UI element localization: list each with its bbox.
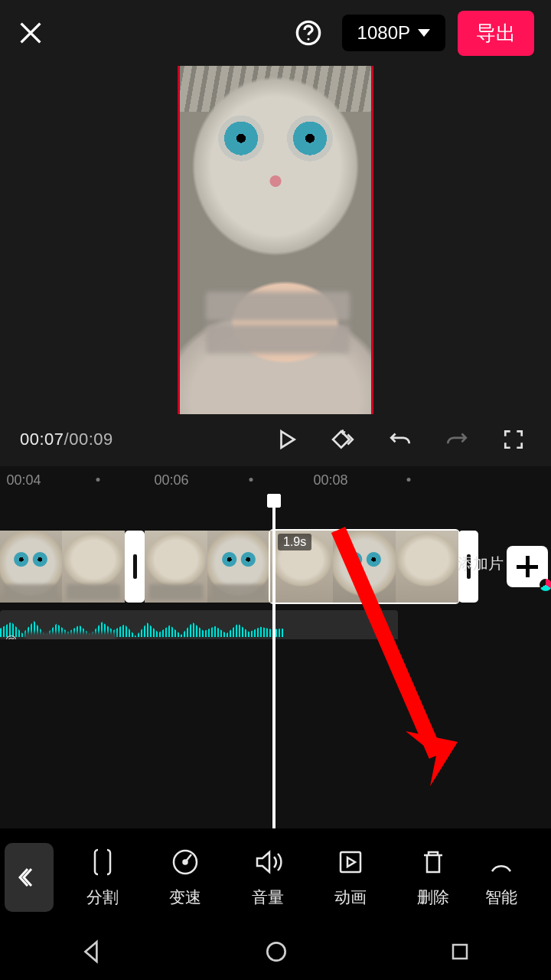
ruler-label: 00:06 bbox=[154, 472, 188, 488]
svg-point-5 bbox=[267, 942, 285, 960]
time-ruler[interactable]: 00:04 00:06 00:08 bbox=[0, 466, 551, 494]
add-clip-button[interactable] bbox=[507, 546, 548, 587]
help-button[interactable] bbox=[295, 19, 322, 47]
timeline[interactable]: 1.9s 添加片 @ bbox=[0, 494, 551, 639]
ruler-dot bbox=[407, 478, 411, 482]
system-back-button[interactable] bbox=[79, 939, 105, 968]
tool-label: 动画 bbox=[334, 887, 367, 908]
ruler-label: 00:08 bbox=[313, 472, 347, 488]
timecode: 00:07/00:09 bbox=[20, 430, 113, 449]
clip-duration-badge: 1.9s bbox=[278, 534, 311, 550]
timeline-empty-area bbox=[0, 639, 551, 828]
video-clip-selected[interactable]: 1.9s bbox=[270, 531, 458, 603]
tool-smart[interactable]: 智能 bbox=[474, 847, 528, 908]
video-clip[interactable] bbox=[145, 531, 270, 603]
fullscreen-button[interactable] bbox=[493, 423, 534, 456]
preview-area bbox=[0, 66, 551, 414]
add-tail-label: 添加片 bbox=[458, 554, 504, 574]
top-bar: 1080P 导出 bbox=[0, 0, 551, 66]
clip-handle-left[interactable] bbox=[125, 531, 145, 603]
ruler-dot bbox=[96, 478, 100, 482]
system-home-button[interactable] bbox=[263, 939, 289, 968]
svg-point-3 bbox=[184, 861, 187, 864]
svg-point-1 bbox=[307, 38, 309, 41]
current-time: 00:07 bbox=[20, 430, 64, 449]
play-button[interactable] bbox=[266, 423, 308, 456]
tool-label: 音量 bbox=[252, 887, 284, 908]
audio-label-prefix: @ bbox=[5, 634, 17, 639]
tool-label: 智能 bbox=[485, 887, 517, 908]
video-editor-app: 1080P 导出 00:07/00:09 bbox=[0, 0, 551, 980]
tool-label: 变速 bbox=[169, 887, 201, 908]
close-button[interactable] bbox=[17, 19, 44, 47]
transport-bar: 00:07/00:09 bbox=[0, 414, 551, 466]
tool-delete[interactable]: 删除 bbox=[392, 847, 474, 908]
svg-rect-4 bbox=[341, 852, 360, 872]
resolution-selector[interactable]: 1080P bbox=[342, 15, 445, 51]
ruler-label: 00:04 bbox=[6, 472, 41, 488]
playhead-extension bbox=[272, 494, 276, 828]
video-clip[interactable] bbox=[0, 531, 125, 603]
tool-animation[interactable]: 动画 bbox=[309, 847, 392, 908]
video-track[interactable]: 1.9s bbox=[0, 531, 478, 603]
ruler-dot bbox=[249, 478, 253, 482]
svg-rect-6 bbox=[453, 945, 467, 959]
tool-speed[interactable]: 变速 bbox=[144, 847, 227, 908]
chevron-down-icon bbox=[418, 29, 430, 37]
tool-volume[interactable]: 音量 bbox=[227, 847, 309, 908]
redo-button[interactable] bbox=[436, 423, 478, 456]
resolution-label: 1080P bbox=[357, 22, 410, 44]
export-button[interactable]: 导出 bbox=[458, 11, 534, 56]
audio-label-blur bbox=[24, 632, 116, 639]
edit-toolbar: 分割 变速 音量 动画 删除 智能 bbox=[0, 828, 551, 926]
preview-canvas[interactable] bbox=[178, 66, 373, 414]
toolbar-back-button[interactable] bbox=[5, 843, 54, 912]
system-nav-bar bbox=[0, 926, 551, 980]
tool-split[interactable]: 分割 bbox=[61, 847, 144, 908]
system-recent-button[interactable] bbox=[448, 939, 472, 967]
total-time: 00:09 bbox=[69, 430, 113, 449]
undo-button[interactable] bbox=[380, 423, 421, 456]
tool-label: 删除 bbox=[417, 887, 449, 908]
tool-label: 分割 bbox=[86, 887, 119, 908]
keyframe-button[interactable] bbox=[323, 423, 364, 456]
